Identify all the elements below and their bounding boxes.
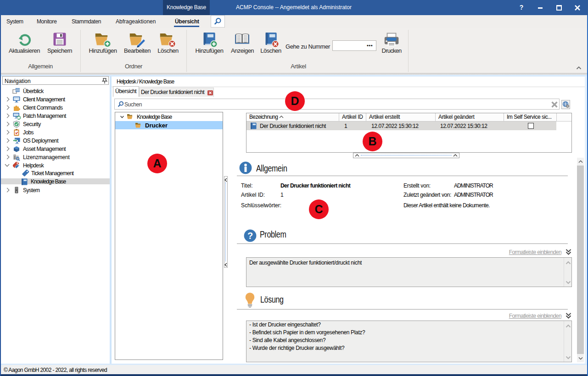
svg-text:?: ? [247,231,253,241]
